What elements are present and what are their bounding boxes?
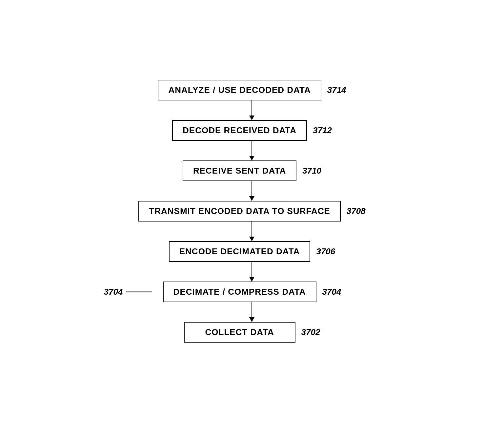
left-label-3704: 3704 — [104, 287, 152, 297]
ref-3714: 3714 — [327, 85, 346, 95]
box-3708: TRANSMIT ENCODED DATA TO SURFACE — [138, 201, 340, 222]
arrow-3710-3708 — [252, 181, 252, 201]
left-label-ref: 3704 — [104, 287, 123, 297]
arrow-3704-3702 — [252, 302, 252, 322]
flow-wrapper: ANALYZE / USE DECODED DATA 3714 DECODE R… — [138, 80, 365, 343]
left-label-line — [126, 291, 152, 292]
step-row-3712: DECODE RECEIVED DATA 3712 — [172, 120, 332, 141]
ref-3706: 3706 — [316, 246, 335, 257]
step-row-3710: RECEIVE SENT DATA 3710 — [183, 160, 321, 181]
arrow-3714-3712 — [252, 100, 252, 120]
arrow-3708-3706 — [252, 222, 252, 241]
step-row-3706: ENCODE DECIMATED DATA 3706 — [169, 241, 335, 262]
ref-3702: 3702 — [301, 327, 320, 337]
box-3712: DECODE RECEIVED DATA — [172, 120, 307, 141]
arrow-3712-3710 — [252, 141, 252, 160]
box-3704: DECIMATE / COMPRESS DATA — [163, 282, 316, 302]
box-3710: RECEIVE SENT DATA — [183, 160, 296, 181]
diagram-container: ANALYZE / USE DECODED DATA 3714 DECODE R… — [0, 0, 504, 422]
ref-3708: 3708 — [347, 206, 366, 216]
ref-3712: 3712 — [313, 125, 332, 136]
step-row-3702: COLLECT DATA 3702 — [184, 322, 320, 343]
box-3702: COLLECT DATA — [184, 322, 295, 343]
box-3706: ENCODE DECIMATED DATA — [169, 241, 311, 262]
ref-3710: 3710 — [302, 166, 321, 176]
step-row-3704: 3704 DECIMATE / COMPRESS DATA 3704 — [163, 282, 341, 302]
arrow-3706-3704 — [252, 262, 252, 282]
box-3714: ANALYZE / USE DECODED DATA — [158, 80, 321, 100]
step-row-3714: ANALYZE / USE DECODED DATA 3714 — [158, 80, 346, 100]
ref-3704: 3704 — [322, 287, 341, 297]
step-row-3708: TRANSMIT ENCODED DATA TO SURFACE 3708 — [138, 201, 365, 222]
